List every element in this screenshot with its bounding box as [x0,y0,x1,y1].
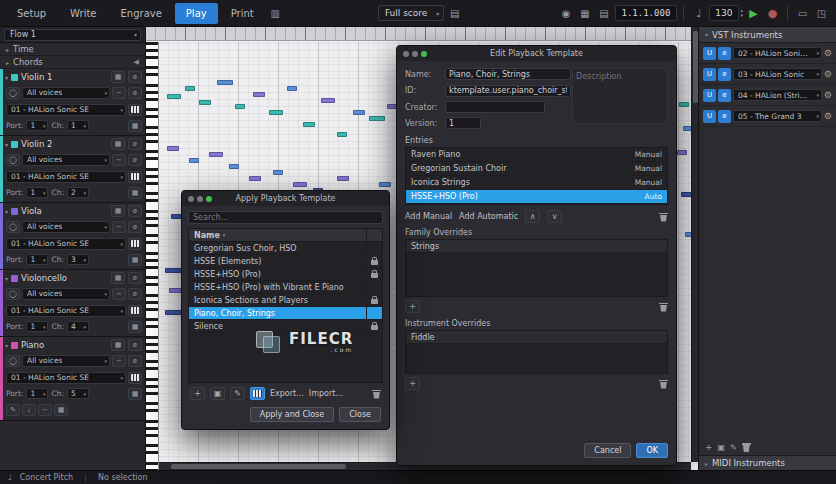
track-header[interactable]: ▾ Viola ▦ e [5,204,145,218]
voice-circle-icon[interactable]: ◯ [6,154,20,166]
instrument-window-icon[interactable]: U [703,68,716,81]
expression-icon[interactable]: e [128,339,142,351]
midi-note[interactable] [185,86,195,91]
channel-select[interactable]: 3▾ [67,254,89,265]
expression-icon[interactable]: e [128,205,142,217]
vst-select[interactable]: 02 - HALion Sonic SE▾ [733,47,822,59]
window-minimize-button[interactable] [412,51,418,57]
tab-setup[interactable]: Setup [6,3,57,24]
template-search-input[interactable] [188,211,383,224]
output-icon[interactable]: ▦ [128,187,142,199]
routing-icon[interactable]: ▦ [111,205,125,217]
tab-print[interactable]: Print [220,3,265,24]
add-instrument-override-button[interactable]: + [405,377,420,390]
track-header[interactable]: ▾ Violoncello ▦ e [5,271,145,285]
layout-options-icon[interactable]: ▤ [446,5,463,21]
concert-pitch-icon[interactable]: ♩ [8,473,12,482]
expression-icon[interactable]: e [128,138,142,150]
output-icon[interactable]: ▦ [128,120,142,132]
tab-engrave[interactable]: Engrave [110,3,173,24]
window-maximize-button[interactable] [421,51,427,57]
wave-icon[interactable]: ~ [112,355,126,367]
instrument-edit-icon[interactable]: e [718,68,731,81]
expression-map-icon[interactable]: e [128,355,142,367]
entry-row[interactable]: Raven PianoManual [406,148,667,162]
template-row[interactable]: HSSE (Elements) [189,255,382,268]
move-up-button[interactable]: ∧ [525,210,540,223]
vst-panel-header[interactable]: ▾ VST Instruments [699,27,836,43]
channel-select[interactable]: 5▾ [67,388,89,399]
port-select[interactable]: 1▾ [26,187,48,198]
voices-select[interactable]: All voices▾ [22,355,110,367]
output-icon[interactable]: ▦ [128,321,142,333]
vst-select[interactable]: 04 - HALion (Strings)▾ [733,89,822,101]
template-row[interactable]: Iconica Sections and Players [189,294,382,307]
add-family-override-button[interactable]: + [405,300,420,313]
import-button[interactable]: Import... [309,389,343,398]
trash-icon[interactable] [372,389,381,399]
midi-note[interactable] [321,98,335,103]
instrument-edit-icon[interactable]: e [718,110,731,123]
voices-select[interactable]: All voices▾ [22,154,110,166]
midi-note[interactable] [209,152,223,157]
trash-icon[interactable] [659,212,668,222]
vertical-scroll-thumb[interactable] [693,31,698,103]
record-button[interactable]: ● [764,5,781,21]
fullscreen-icon[interactable]: ◳ [813,5,830,21]
midi-note[interactable] [199,100,211,105]
layout-select[interactable]: Full score▾ [378,5,444,21]
voices-select[interactable]: All voices▾ [22,87,110,99]
midi-note[interactable] [293,182,307,187]
mixer-icon[interactable]: ▦ [577,5,594,21]
output-icon[interactable]: ▦ [128,254,142,266]
midi-note[interactable] [235,104,245,109]
piano-icon[interactable] [128,305,142,317]
gear-icon[interactable]: ⚙ [824,69,832,79]
horizontal-scroll-thumb[interactable] [171,464,346,469]
override-row[interactable]: Strings [406,240,667,253]
expression-map-icon[interactable]: e [128,87,142,99]
track-header[interactable]: ▾ Violin 1 ▦ e [5,70,145,84]
instrument-select[interactable]: 01 - HALion Sonic SE▾ [6,104,126,116]
midi-note[interactable] [677,150,687,155]
piano-icon[interactable] [128,372,142,384]
entry-row-selected[interactable]: HSSE+HSO (Pro)Auto [406,190,667,204]
close-button[interactable]: Close [339,407,381,422]
template-row[interactable]: Silence [189,320,382,333]
voice-circle-icon[interactable]: ◯ [6,288,20,300]
export-button[interactable]: Export... [270,389,304,398]
monitor-icon[interactable]: ▭ [794,5,811,21]
keyboard-icon[interactable]: ▤ [596,5,613,21]
vst-select[interactable]: 03 - HALion Sonic▾ [733,68,822,80]
wave-icon[interactable]: ~ [112,221,126,233]
table-header-row[interactable]: Name▾ [189,229,382,242]
trash-icon[interactable] [742,442,751,452]
routing-icon[interactable]: ▦ [111,272,125,284]
midi-note[interactable] [229,164,239,169]
add-template-button[interactable]: + [190,387,205,400]
cancel-button[interactable]: Cancel [584,443,631,458]
port-select[interactable]: 1▾ [26,120,48,131]
expression-map-icon[interactable]: e [128,154,142,166]
play-button[interactable]: ▶ [745,5,762,21]
expression-map-icon[interactable]: e [128,288,142,300]
add-automatic-button[interactable]: Add Automatic [459,212,518,221]
window-close-button[interactable] [188,196,194,202]
midi-note[interactable] [303,122,315,127]
instrument-edit-icon[interactable]: e [718,89,731,102]
quantize-icon[interactable]: ♩ [22,404,36,416]
voice-circle-icon[interactable]: ◯ [6,355,20,367]
wave-icon[interactable]: ~ [112,288,126,300]
collapse-panel-icon[interactable]: ◀ [134,58,139,66]
tab-play[interactable]: Play [175,3,218,24]
velocity-icon[interactable]: ▦ [54,404,68,416]
flow-select[interactable]: Flow 1▾ [4,29,141,41]
gear-icon[interactable]: ⚙ [824,90,832,100]
chevron-down-icon[interactable]: ▾ [5,208,8,215]
add-manual-button[interactable]: Add Manual [405,212,452,221]
track-header[interactable]: ▾ Piano ▦ e [5,338,145,352]
midi-note[interactable] [369,116,385,121]
midi-note[interactable] [679,102,689,107]
port-select[interactable]: 1▾ [26,321,48,332]
piano-keyboard-column[interactable] [146,42,159,470]
